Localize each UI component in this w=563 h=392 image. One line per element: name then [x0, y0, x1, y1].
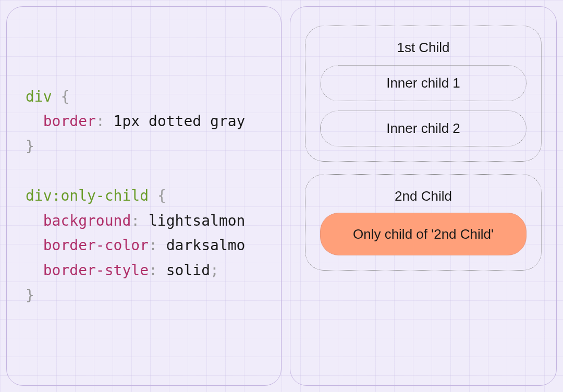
brace-open-2: {: [157, 187, 166, 204]
prop-border-style: border-style: [43, 262, 149, 279]
selector-div-2: div: [26, 187, 52, 204]
first-child-title: 1st Child: [320, 36, 527, 56]
prop-border: border: [43, 113, 96, 130]
colon: :: [96, 113, 105, 130]
selector-div: div: [26, 88, 52, 105]
val-background: lightsalmon: [149, 212, 245, 229]
inner-children-container: Inner child 1 Inner child 2: [320, 65, 527, 146]
css-code-block: div { border: 1px dotted gray } div:only…: [26, 84, 262, 308]
val-border: 1px dotted gray: [114, 113, 246, 130]
val-border-color: darksalmo: [166, 237, 246, 254]
brace-close: }: [26, 138, 34, 155]
pseudo-only-child: :only-child: [52, 187, 149, 204]
first-child-box: 1st Child Inner child 1 Inner child 2: [305, 26, 542, 162]
val-border-style: solid: [166, 262, 210, 279]
semicolon: ;: [210, 262, 219, 279]
colon-3: :: [149, 237, 157, 254]
preview-panel: 1st Child Inner child 1 Inner child 2 2n…: [290, 6, 557, 386]
brace-close-2: }: [26, 287, 34, 304]
inner-child-1: Inner child 1: [320, 65, 527, 101]
brace-open: {: [60, 88, 69, 105]
colon-4: :: [149, 262, 157, 279]
code-panel: div { border: 1px dotted gray } div:only…: [6, 6, 282, 386]
second-child-title: 2nd Child: [320, 185, 527, 204]
inner-child-2: Inner child 2: [320, 111, 527, 146]
prop-background: background: [43, 212, 131, 229]
only-child-box: Only child of '2nd Child': [320, 213, 527, 255]
colon-2: :: [131, 212, 140, 229]
second-child-box: 2nd Child Only child of '2nd Child': [305, 174, 542, 271]
prop-border-color: border-color: [43, 237, 149, 254]
